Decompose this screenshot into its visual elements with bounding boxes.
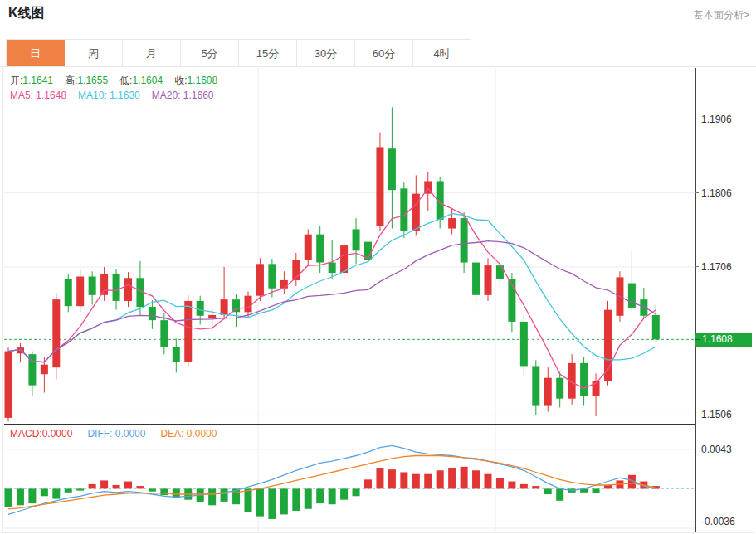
- tab-日[interactable]: 日: [7, 40, 65, 67]
- y-axis-tick: 1.1906: [695, 113, 732, 126]
- macd-axis-tick: 0.0043: [695, 443, 732, 456]
- candle-body: [256, 264, 264, 295]
- chart-frame-bottom: [2, 532, 754, 533]
- macd-bar: [424, 474, 432, 489]
- macd-bar: [461, 467, 468, 489]
- macd-bar: [364, 479, 372, 488]
- macd-chart[interactable]: [4, 425, 695, 532]
- macd-bar: [448, 468, 456, 488]
- fundamental-analysis-link[interactable]: 基本面分析>: [694, 8, 749, 22]
- macd-bar: [496, 478, 504, 488]
- macd-bar: [316, 488, 324, 503]
- candle-body: [580, 363, 588, 396]
- last-price-badge: 1.1608: [695, 333, 752, 347]
- tick-mark: [695, 449, 699, 449]
- main-candlestick-chart[interactable]: [4, 68, 695, 424]
- candle-body: [544, 378, 552, 406]
- candle-body: [448, 218, 456, 228]
- macd-bar: [532, 486, 539, 488]
- candle-body: [472, 263, 480, 295]
- macd-bar: [5, 488, 12, 507]
- macd-bar: [268, 488, 276, 519]
- tick-mark: [695, 522, 699, 522]
- candle-body: [316, 235, 324, 263]
- tick-mark: [695, 339, 700, 340]
- candle-body: [280, 280, 288, 289]
- candle-body: [556, 378, 563, 399]
- candle-body: [412, 194, 420, 231]
- tick-mark: [695, 119, 699, 119]
- tab-60分[interactable]: 60分: [355, 40, 413, 67]
- tab-15分[interactable]: 15分: [239, 40, 297, 67]
- macd-bar: [556, 488, 563, 500]
- macd-bar: [100, 480, 108, 488]
- macd-bar: [149, 488, 156, 491]
- macd-bar: [292, 488, 300, 511]
- candle-body: [340, 245, 348, 273]
- macd-bottom-border: [4, 532, 695, 532]
- macd-bar: [76, 488, 84, 490]
- candle-body: [221, 299, 228, 315]
- y-axis-tick: 1.1706: [695, 260, 732, 274]
- tab-5分[interactable]: 5分: [181, 40, 239, 67]
- page-title: K线图: [8, 5, 45, 22]
- macd-bar: [136, 486, 144, 488]
- candle-body: [184, 301, 192, 362]
- candle-body: [532, 366, 539, 405]
- price-axis: 1.19061.18061.17061.15061.16080.0043-0.0…: [695, 68, 755, 532]
- macd-bar: [28, 488, 36, 503]
- candle-body: [149, 307, 156, 320]
- macd-bar: [52, 488, 60, 498]
- candle-body: [65, 279, 72, 306]
- macd-bar: [280, 488, 288, 514]
- macd-bar: [305, 488, 312, 508]
- macd-bar: [388, 469, 396, 488]
- macd-bar: [472, 470, 480, 488]
- title-divider: [0, 27, 756, 27]
- macd-bar: [65, 488, 72, 492]
- candle-body: [76, 277, 84, 307]
- macd-bar: [340, 488, 348, 499]
- tick-mark: [695, 192, 699, 193]
- tab-周[interactable]: 周: [65, 40, 123, 67]
- macd-bar: [485, 474, 492, 489]
- candle-body: [89, 277, 96, 295]
- candle-body: [640, 299, 647, 316]
- macd-bar: [412, 474, 420, 489]
- candle-body: [160, 320, 168, 347]
- y-axis-tick: 1.1506: [695, 408, 732, 421]
- macd-bar: [208, 488, 216, 505]
- macd-bar: [89, 484, 96, 489]
- macd-bar: [508, 482, 515, 489]
- candle-body: [305, 235, 312, 260]
- candle-body: [124, 278, 132, 301]
- candle-body: [41, 365, 48, 375]
- candle-body: [268, 264, 276, 288]
- candle-body: [245, 296, 252, 313]
- macd-bar: [376, 468, 383, 488]
- macd-bar: [520, 484, 528, 489]
- candle-body: [652, 315, 660, 339]
- macd-bar: [41, 488, 48, 496]
- y-axis-tick: 1.1806: [695, 187, 732, 200]
- macd-bar: [400, 472, 407, 488]
- candle-body: [208, 315, 216, 318]
- candle-body: [520, 322, 528, 367]
- tick-mark: [695, 266, 699, 267]
- candle-body: [376, 147, 383, 226]
- tick-mark: [695, 415, 699, 415]
- tab-月[interactable]: 月: [123, 40, 181, 67]
- macd-bar: [593, 488, 600, 493]
- chart-frame-left: [2, 67, 3, 532]
- macd-bar: [124, 482, 132, 489]
- candle-body: [400, 188, 407, 231]
- macd-bar: [437, 470, 444, 488]
- macd-bar: [256, 488, 264, 516]
- tab-4时[interactable]: 4时: [413, 40, 471, 67]
- candle-body: [113, 274, 120, 301]
- candle-body: [496, 265, 504, 279]
- tab-30分[interactable]: 30分: [297, 40, 355, 67]
- macd-bar: [160, 488, 168, 495]
- candle-body: [197, 301, 204, 316]
- macd-axis-tick: -0.0036: [695, 515, 735, 528]
